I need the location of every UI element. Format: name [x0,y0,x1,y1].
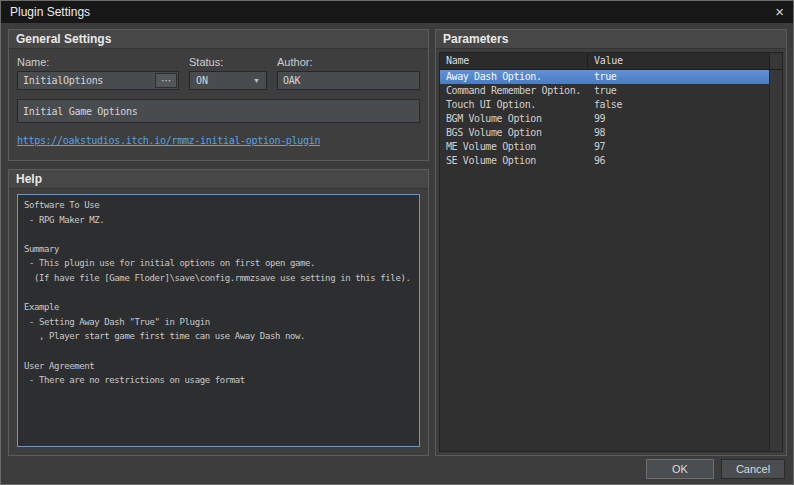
status-select[interactable]: ON ▼ [189,71,267,90]
param-name: SE Volume Option [440,154,588,168]
general-settings-content: Name: ··· Status: ON ▼ [9,49,428,160]
status-field-group: Status: ON ▼ [189,56,267,90]
table-row[interactable]: BGS Volume Option98 [440,126,769,140]
param-value: false [588,98,769,112]
param-name: BGS Volume Option [440,126,588,140]
table-row[interactable]: BGM Volume Option99 [440,112,769,126]
param-name: Command Remember Option. [440,84,588,98]
window-title: Plugin Settings [10,5,764,19]
help-group: Help Software To Use - RPG Maker MZ. Sum… [8,169,429,456]
param-value: 99 [588,112,769,126]
param-value: true [588,84,769,98]
name-input-wrap: ··· [17,71,179,90]
plugin-settings-dialog: Plugin Settings × General Settings Name:… [0,0,794,485]
param-name: ME Volume Option [440,140,588,154]
parameters-table: Name Value Away Dash Option.trueCommand … [439,52,783,452]
parameters-group: Parameters Name Value Away Dash Option.t… [435,29,787,456]
table-header: Name Value [440,53,782,70]
titlebar: Plugin Settings × [1,1,793,23]
scrollbar-corner [769,53,782,69]
table-row[interactable]: Touch UI Option.false [440,98,769,112]
status-value: ON [196,75,208,86]
table-row[interactable]: SE Volume Option96 [440,154,769,168]
chevron-down-icon: ▼ [253,77,260,84]
help-text[interactable]: Software To Use - RPG Maker MZ. Summary … [17,194,420,447]
param-value: 96 [588,154,769,168]
cancel-button[interactable]: Cancel [721,459,785,479]
param-name: BGM Volume Option [440,112,588,126]
description-input[interactable] [17,99,420,123]
close-icon[interactable]: × [764,2,784,22]
column-header-name: Name [440,53,588,69]
parameters-rows: Away Dash Option.trueCommand Remember Op… [440,70,769,451]
name-field-group: Name: ··· [17,56,179,90]
author-label: Author: [277,56,420,68]
help-title: Help [9,170,428,189]
dialog-body: General Settings Name: ··· Status: ON [1,23,793,484]
table-row[interactable]: Away Dash Option.true [440,70,769,84]
param-value: true [588,70,769,84]
param-name: Away Dash Option. [440,70,588,84]
fields-row: Name: ··· Status: ON ▼ [17,56,420,90]
vertical-scrollbar[interactable] [769,70,782,451]
param-value: 98 [588,126,769,140]
table-row[interactable]: Command Remember Option.true [440,84,769,98]
parameters-title: Parameters [436,30,786,49]
name-label: Name: [17,56,179,68]
general-settings-title: General Settings [9,30,428,49]
param-name: Touch UI Option. [440,98,588,112]
general-settings-group: General Settings Name: ··· Status: ON [8,29,429,161]
dialog-footer: OK Cancel [646,459,785,479]
status-label: Status: [189,56,267,68]
column-header-value: Value [588,53,769,69]
browse-button[interactable]: ··· [155,73,177,88]
author-field-group: Author: [277,56,420,90]
plugin-url-link[interactable]: https://oakstudios.itch.io/rmmz-initial-… [17,135,320,146]
table-row[interactable]: ME Volume Option97 [440,140,769,154]
param-value: 97 [588,140,769,154]
author-input[interactable] [277,71,420,90]
ok-button[interactable]: OK [646,459,714,479]
